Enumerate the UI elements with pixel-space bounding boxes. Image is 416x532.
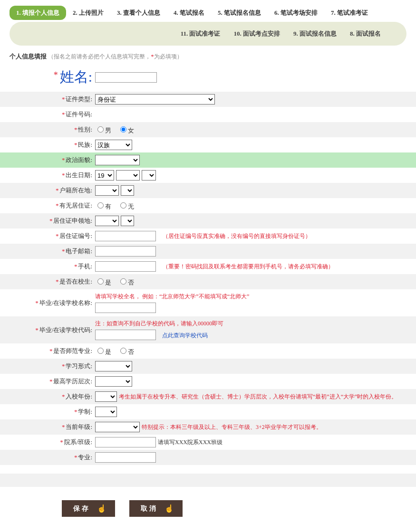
nav-step-7[interactable]: 7. 笔试准考证 — [324, 6, 375, 20]
phone-input[interactable] — [95, 261, 156, 272]
nav-step-9[interactable]: 9. 面试报名信息 — [287, 27, 343, 41]
id-type-select[interactable]: 身份证 — [95, 94, 215, 104]
gender-female-radio[interactable] — [120, 126, 126, 133]
nav-step-5[interactable]: 5. 笔试报名信息 — [211, 6, 268, 20]
in-school-label: 是否在校生: — [0, 277, 95, 286]
permit-num-hint: （居住证编号应真实准确，没有编号的直接填写身份证号） — [163, 232, 311, 240]
nav-step-11[interactable]: 11. 面试准考证 — [174, 27, 227, 41]
birth-year-select[interactable]: 19 — [95, 170, 114, 180]
row-degree: 最高学历层次: — [0, 374, 416, 389]
row-gender: 性别: 男 女 — [0, 122, 416, 137]
row-is-normal: 是否师范专业: 是 否 — [0, 343, 416, 359]
has-permit-label: 有无居住证: — [0, 201, 95, 210]
huji-prov-select[interactable] — [95, 185, 119, 196]
permit-place-label: 居住证申领地: — [0, 217, 95, 225]
row-email: 电子邮箱: — [0, 244, 416, 259]
section-title: 个人信息填报 — [10, 53, 47, 60]
permit-city-select[interactable] — [121, 216, 134, 226]
row-study-form: 学习形式: — [0, 359, 416, 374]
political-label: 政治面貌: — [0, 156, 95, 164]
permit-prov-select[interactable] — [95, 216, 119, 226]
row-enroll-year: 入校年份: 考生如属于在校专升本、研究生（含硕士、博士）学历层次，入校年份请填写… — [0, 389, 416, 404]
phone-hint: （重要！密码找回及联系考生都需要用到手机号，请务必填写准确） — [163, 263, 334, 271]
enroll-year-hint: 考生如属于在校专升本、研究生（含硕士、博士）学历层次，入校年份请填写“最初”进入… — [119, 393, 397, 401]
major-input[interactable] — [95, 452, 156, 463]
nav-step-10[interactable]: 10. 面试考点安排 — [227, 27, 287, 41]
cancel-button[interactable]: 取消 ☝ — [129, 500, 183, 517]
huji-label: 户籍所在地: — [0, 186, 95, 195]
nav-row-1: 1. 填报个人信息 2. 上传照片 3. 查看个人信息 4. 笔试报名 5. 笔… — [10, 6, 406, 20]
inschool-yes-radio[interactable] — [97, 278, 104, 285]
political-select[interactable] — [95, 155, 140, 165]
progress-nav: 1. 填报个人信息 2. 上传照片 3. 查看个人信息 4. 笔试报名 5. 笔… — [10, 6, 406, 46]
name-input[interactable] — [95, 72, 157, 83]
row-dept-class: 院系/班级: 请填写XXX院系XXX班级 — [0, 435, 416, 450]
section-header: 个人信息填报 （报名之前请务必把个人信息填写完整，*为必填项） — [10, 52, 406, 61]
permit-num-input[interactable] — [95, 231, 156, 241]
pointer-icon: ☝ — [97, 504, 106, 513]
nav-step-2[interactable]: 2. 上传照片 — [66, 6, 110, 20]
gender-male-radio[interactable] — [97, 126, 104, 133]
row-permit-place: 居住证申领地: — [0, 213, 416, 228]
row-phone: 手机: （重要！密码找回及联系考生都需要用到手机号，请务必填写准确） — [0, 259, 416, 274]
school-code-label: 毕业/在读学校代码: — [0, 326, 95, 334]
pointer-icon: ☝ — [164, 504, 174, 513]
birth-day-select[interactable] — [142, 170, 156, 180]
dept-class-label: 院系/班级: — [0, 438, 95, 446]
permit-no-radio[interactable] — [120, 202, 126, 209]
school-sys-label: 学制: — [0, 408, 95, 416]
permit-num-label: 居住证编号: — [0, 232, 95, 240]
divider-bar — [0, 474, 416, 487]
normal-no-radio[interactable] — [120, 348, 126, 354]
ethnic-select[interactable]: 汉族 — [95, 140, 132, 150]
inschool-no-radio[interactable] — [120, 278, 126, 285]
nav-step-4[interactable]: 4. 笔试报名 — [167, 6, 211, 20]
school-name-input[interactable] — [95, 303, 156, 313]
button-row: 保存 ☝ 取消 ☝ — [62, 500, 416, 517]
personal-info-form: 姓名: 证件类型: 身份证 证件号码: 性别: 男 女 民族: 汉族 政治面貌: — [0, 65, 416, 517]
phone-label: 手机: — [0, 262, 95, 271]
birth-month-select[interactable] — [116, 170, 140, 180]
ethnic-label: 民族: — [0, 141, 95, 149]
study-form-select[interactable] — [95, 361, 132, 371]
row-political: 政治面貌: — [0, 152, 416, 168]
row-school-name: 毕业/在读学校名称: 请填写学校全名， 例如：“北京师范大学”不能填写成“北师大… — [0, 289, 416, 316]
degree-label: 最高学历层次: — [0, 377, 95, 386]
school-name-hint: 请填写学校全名， 例如：“北京师范大学”不能填写成“北师大” — [95, 293, 416, 301]
row-birth: 出生日期: 19 — [0, 168, 416, 183]
row-huji: 户籍所在地: — [0, 183, 416, 198]
study-form-label: 学习形式: — [0, 362, 95, 370]
nav-step-6[interactable]: 6. 笔试考场安排 — [268, 6, 324, 20]
email-input[interactable] — [95, 246, 156, 256]
row-permit-num: 居住证编号: （居住证编号应真实准确，没有编号的直接填写身份证号） — [0, 228, 416, 244]
row-in-school: 是否在校生: 是 否 — [0, 274, 416, 289]
grade-label: 当前年级: — [0, 423, 95, 431]
huji-city-select[interactable] — [121, 185, 134, 196]
school-code-input[interactable] — [95, 330, 156, 340]
degree-select[interactable] — [95, 376, 132, 387]
birth-label: 出生日期: — [0, 171, 95, 180]
id-type-label: 证件类型: — [0, 95, 95, 104]
dept-class-input[interactable] — [95, 437, 156, 447]
nav-step-1[interactable]: 1. 填报个人信息 — [10, 6, 66, 20]
normal-yes-radio[interactable] — [97, 348, 104, 354]
school-sys-select[interactable] — [95, 407, 117, 417]
email-label: 电子邮箱: — [0, 247, 95, 256]
row-major: 专业: — [0, 450, 416, 465]
row-has-permit: 有无居住证: 有 无 — [0, 198, 416, 213]
enroll-year-select[interactable] — [95, 391, 117, 402]
gender-label: 性别: — [0, 125, 95, 134]
school-code-lookup-link[interactable]: 点此查询学校代码 — [162, 332, 208, 339]
nav-step-8[interactable]: 8. 面试报名 — [343, 27, 387, 41]
school-code-hint: 注：如查询不到自己学校的代码，请输入00000即可 — [95, 320, 416, 328]
row-grade: 当前年级: 特别提示：本科三年级及以上、专科三年级、3+2毕业学年才可以报考。 — [0, 419, 416, 435]
nav-step-3[interactable]: 3. 查看个人信息 — [110, 6, 167, 20]
name-label: 姓名: — [0, 67, 95, 87]
save-button[interactable]: 保存 ☝ — [62, 500, 115, 517]
permit-yes-radio[interactable] — [97, 202, 104, 209]
id-num-label: 证件号码: — [0, 110, 95, 119]
row-ethnic: 民族: 汉族 — [0, 137, 416, 152]
grade-select[interactable] — [95, 422, 140, 432]
row-school-sys: 学制: — [0, 404, 416, 419]
row-id-type: 证件类型: 身份证 — [0, 92, 416, 107]
